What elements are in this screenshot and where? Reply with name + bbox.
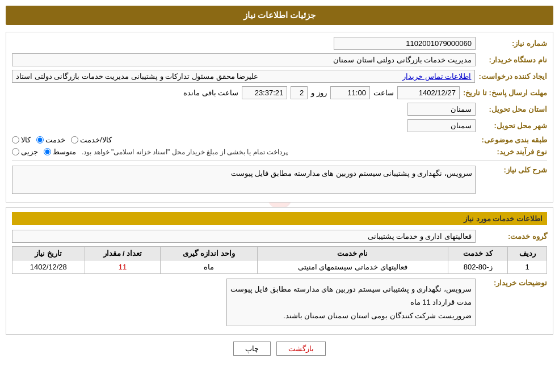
radio-motavaset[interactable]: متوسط	[44, 147, 76, 156]
ostanTahvil-label: استان محل تحویل:	[479, 105, 547, 113]
shahrTahvil-label: شهر محل تحویل:	[479, 121, 547, 130]
back-button[interactable]: بازگشت	[276, 342, 326, 356]
radio-khedmat[interactable]: خدمت	[36, 136, 65, 144]
shahrTahvil-value: سمنان	[407, 119, 476, 132]
radio-kala[interactable]: کالا	[12, 136, 31, 144]
tozihatKharidar-label: توضیحات خریدار:	[479, 279, 547, 287]
cell-tedad: 11	[85, 260, 161, 274]
table-row: 1 ز-80-802 فعالیتهای خدماتی سیستمهای امن…	[12, 260, 547, 274]
radio-kala-khedmat[interactable]: کالا/خدمت	[71, 136, 112, 144]
sharhKolliNiaz-label: شرح کلی نیاز:	[479, 166, 547, 174]
col-vahed: واحد اندازه گیری	[161, 247, 257, 260]
groheKhedmat-label: گروه خدمت:	[479, 232, 547, 241]
radio-kala-khedmat-label: کالا/خدمت	[80, 136, 112, 144]
noveFarayand-label: نوع فرآیند خرید:	[479, 147, 547, 156]
mohlat-saat-baghimande-label: ساعت باقی مانده	[183, 88, 238, 97]
col-namKhedmat: نام خدمت	[257, 247, 448, 260]
col-tarikh: تاریخ نیاز	[12, 247, 85, 260]
radio-kala-input[interactable]	[12, 136, 19, 144]
services-table: ردیف کد خدمت نام خدمت واحد اندازه گیری ت…	[12, 246, 547, 274]
namDastgah-value: مدیریت خدمات بازرگانی دولتی استان سمنان	[12, 53, 476, 66]
radio-motavaset-label: متوسط	[53, 147, 76, 156]
radio-kala-label: کالا	[21, 136, 31, 144]
cell-vahed: ماه	[161, 260, 257, 274]
shomareNiaz-value: 1102001079000060	[334, 37, 476, 50]
namDastgah-label: نام دستگاه خریدار:	[479, 56, 547, 64]
noveFarayand-description: پرداخت تمام یا بخشی از مبلغ خریدار محل "…	[82, 148, 288, 156]
mohlat-saat-baghimande: 23:37:21	[242, 86, 287, 99]
radio-jozii-label: جزیی	[21, 147, 38, 156]
ijadKonande-value: علیرضا محقق مسئول تداركات و پشتیبانی مدی…	[16, 72, 258, 81]
cell-kodKhedmat: ز-80-802	[448, 260, 508, 274]
mohlat-roz-label: روز و	[311, 88, 327, 97]
shomareNiaz-label: شماره نیاز:	[479, 39, 547, 48]
groheKhedmat-value: فعالیتهای اداری و خدمات پشتیبانی	[12, 230, 476, 243]
page-title: جزئیات اطلاعات نیاز	[6, 6, 553, 25]
tozihatKharidar-value: سرویس، نگهداری و پشتیبانی سیستم دوربین ه…	[226, 279, 476, 326]
col-kodKhedmat: کد خدمت	[448, 247, 508, 260]
radio-kala-khedmat-input[interactable]	[71, 136, 78, 144]
radio-khedmat-input[interactable]	[36, 136, 44, 144]
tabagheBandi-label: طبقه بندی موضوعی:	[479, 136, 547, 144]
radio-motavaset-input[interactable]	[44, 148, 51, 155]
col-radif: ردیف	[508, 247, 547, 260]
print-button[interactable]: چاپ	[233, 342, 271, 356]
ijadKonande-label: ایجاد کننده درخواست:	[478, 72, 547, 81]
radio-jozii[interactable]: جزیی	[12, 147, 38, 156]
sharhKolliNiaz-value: سرویس، نگهداری و پشتیبانی سیستم دوربین ه…	[12, 166, 476, 194]
radio-khedmat-label: خدمت	[45, 136, 65, 144]
ijadKonande-link[interactable]: اطلاعات تماس خریدار	[402, 72, 471, 81]
col-tedad: تعداد / مقدار	[85, 247, 161, 260]
cell-namKhedmat: فعالیتهای خدماتی سیستمهای امنیتی	[257, 260, 448, 274]
ostanTahvil-value: سمنان	[407, 103, 476, 116]
cell-radif: 1	[508, 260, 547, 274]
cell-tarikh: 1402/12/28	[12, 260, 85, 274]
radio-jozii-input[interactable]	[12, 148, 19, 155]
mohlatErsalPasokh-label: مهلت ارسال پاسخ: تا تاریخ:	[463, 88, 547, 97]
section2-header: اطلاعات خدمات مورد نیاز	[12, 212, 547, 225]
mohlat-roz: 2	[291, 86, 308, 99]
mohlat-saat: 11:00	[330, 86, 370, 99]
mohlat-saat-label: ساعت	[373, 88, 394, 97]
mohlat-date: 1402/12/27	[397, 86, 460, 99]
